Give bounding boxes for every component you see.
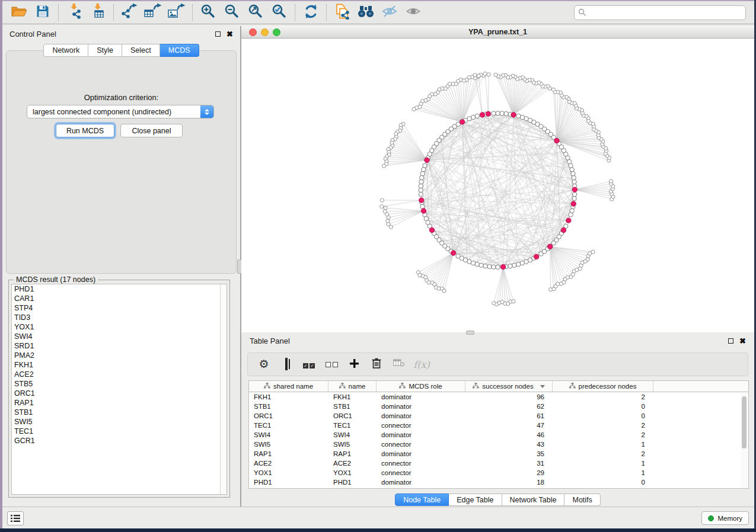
- table-row[interactable]: PHD1PHD1dominator180: [249, 477, 748, 487]
- mcds-result-item[interactable]: YOX1: [12, 322, 227, 332]
- table-row[interactable]: YOX1YOX1connector291: [249, 468, 748, 477]
- task-history-button[interactable]: [7, 511, 24, 525]
- memory-label: Memory: [717, 515, 742, 522]
- column-header-MCDS-role[interactable]: MCDS role: [377, 381, 465, 392]
- column-header-name[interactable]: name: [328, 381, 377, 392]
- close-panel-button[interactable]: Close panel: [120, 124, 183, 137]
- tab-motifs[interactable]: Motifs: [564, 493, 600, 506]
- tab-select[interactable]: Select: [122, 44, 160, 57]
- memory-status-icon: [708, 515, 714, 521]
- node-table[interactable]: shared namenameMCDS rolesuccessor nodesp…: [248, 380, 749, 489]
- mcds-result-item[interactable]: GCR1: [12, 436, 227, 446]
- mcds-result-item[interactable]: STB1: [12, 408, 227, 417]
- sort-indicator-icon: [540, 385, 545, 388]
- mcds-result-item[interactable]: STB5: [12, 379, 227, 389]
- mcds-result-item[interactable]: FKH1: [12, 360, 227, 370]
- table-row[interactable]: ACE2ACE2connector311: [249, 459, 748, 468]
- table-row[interactable]: FKH1FKH1dominator962: [249, 392, 748, 402]
- table-row[interactable]: SWI5SWI5connector431: [249, 440, 748, 449]
- column-header-predecessor-nodes[interactable]: predecessor nodes: [553, 381, 653, 392]
- delete-row-button[interactable]: [365, 355, 388, 373]
- table-row[interactable]: STB1STB1dominator620: [249, 402, 748, 411]
- network-canvas[interactable]: [241, 39, 754, 332]
- column-header-successor-nodes[interactable]: successor nodes: [465, 381, 553, 392]
- table-settings-button[interactable]: ⚙: [253, 355, 275, 373]
- tab-node-table[interactable]: Node Table: [395, 493, 449, 506]
- table-cell: 2: [553, 392, 653, 402]
- toolbar-separator: [58, 4, 59, 21]
- mcds-result-list[interactable]: PHD1CAR1STP4TID3YOX1SWI4SRD1PMA2FKH1ACE2…: [11, 284, 227, 495]
- zoom-out-button[interactable]: [220, 3, 244, 22]
- mcds-result-item[interactable]: ACE2: [12, 370, 227, 379]
- export-table-button[interactable]: [141, 3, 165, 22]
- table-row[interactable]: TEC1TEC1connector472: [249, 421, 748, 430]
- column-header-filler: [653, 381, 748, 392]
- table-row[interactable]: ORC1ORC1dominator610: [249, 411, 748, 421]
- control-panel-tabs: NetworkStyleSelectMCDS: [2, 44, 240, 57]
- search-binoculars-button[interactable]: [354, 3, 378, 22]
- memory-button[interactable]: Memory: [701, 511, 749, 525]
- network-view: [241, 39, 754, 332]
- table-cell: connector: [377, 459, 465, 468]
- open-file-button[interactable]: [7, 3, 31, 22]
- deselect-all-button[interactable]: [320, 355, 343, 373]
- mcds-result-item[interactable]: SWI4: [12, 332, 227, 341]
- network-window-titlebar[interactable]: YPA_prune.txt_1: [241, 26, 754, 39]
- add-row-button[interactable]: [343, 355, 365, 373]
- save-session-icon: [36, 4, 50, 21]
- column-header-shared-name[interactable]: shared name: [249, 381, 328, 392]
- duplicate-network-button[interactable]: [330, 3, 354, 22]
- import-table-button[interactable]: [86, 3, 110, 22]
- zoom-in-button[interactable]: [196, 3, 220, 22]
- mcds-result-item[interactable]: SWI5: [12, 417, 227, 427]
- table-cell: 0: [553, 402, 653, 411]
- export-image-button[interactable]: [165, 3, 189, 22]
- show-columns-button[interactable]: [275, 355, 298, 373]
- table-header-row: shared namenameMCDS rolesuccessor nodesp…: [249, 381, 748, 392]
- float-panel-icon[interactable]: [215, 31, 221, 37]
- toolbar-separator: [113, 4, 114, 21]
- list-scrollbar[interactable]: [220, 284, 227, 494]
- tab-style[interactable]: Style: [88, 44, 122, 57]
- table-scrollbar[interactable]: [741, 393, 748, 488]
- tab-mcds[interactable]: MCDS: [160, 44, 199, 57]
- toolbar-separator: [326, 4, 327, 21]
- close-table-panel-icon[interactable]: ✖: [739, 337, 746, 345]
- mcds-result-item[interactable]: PMA2: [12, 351, 227, 360]
- network-window: YPA_prune.txt_1: [241, 26, 754, 332]
- eye-slash-button[interactable]: [378, 3, 401, 22]
- search-input[interactable]: [586, 8, 742, 17]
- tab-network-table[interactable]: Network Table: [502, 493, 565, 506]
- select-all-button[interactable]: ✓✓: [298, 355, 320, 373]
- export-network-button[interactable]: [117, 3, 141, 22]
- float-table-panel-icon[interactable]: [728, 338, 733, 344]
- mcds-result-item[interactable]: SRD1: [12, 341, 227, 351]
- tab-network[interactable]: Network: [43, 44, 88, 57]
- import-network-button[interactable]: [62, 3, 86, 22]
- eye-disabled-button[interactable]: [401, 3, 425, 22]
- close-panel-icon[interactable]: ✖: [227, 30, 233, 38]
- mcds-result-item[interactable]: ORC1: [12, 389, 227, 398]
- run-mcds-button[interactable]: Run MCDS: [56, 124, 114, 137]
- criterion-dropdown[interactable]: largest connected component (undirected): [27, 105, 214, 118]
- delete-column-button: [388, 355, 410, 373]
- mcds-result-item[interactable]: PHD1: [12, 284, 227, 294]
- table-cell: 1: [553, 459, 653, 468]
- zoom-selected-button[interactable]: [267, 3, 291, 22]
- mcds-result-item[interactable]: CAR1: [12, 294, 227, 303]
- column-label: successor nodes: [482, 383, 533, 390]
- table-cell: FKH1: [249, 392, 328, 402]
- save-session-button[interactable]: [31, 3, 55, 22]
- table-cell: PHD1: [249, 477, 328, 487]
- tab-edge-table[interactable]: Edge Table: [449, 493, 502, 506]
- mcds-result-item[interactable]: RAP1: [12, 398, 227, 408]
- table-scrollbar-thumb[interactable]: [742, 396, 747, 448]
- table-row[interactable]: RAP1RAP1dominator352: [249, 449, 748, 459]
- zoom-fit-button[interactable]: [244, 3, 267, 22]
- mcds-result-item[interactable]: TEC1: [12, 427, 227, 436]
- table-row[interactable]: SWI4SWI4dominator462: [249, 430, 748, 440]
- refresh-view-button[interactable]: [299, 3, 323, 22]
- mcds-result-item[interactable]: TID3: [12, 313, 227, 322]
- toolbar-separator: [192, 4, 193, 21]
- mcds-result-item[interactable]: STP4: [12, 303, 227, 313]
